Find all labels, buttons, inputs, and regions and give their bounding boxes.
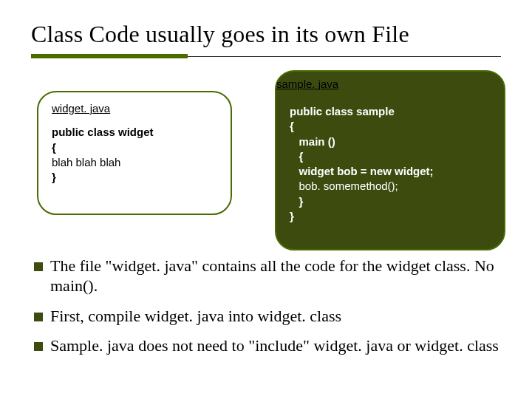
code-area: sample. java public class sample { main … <box>31 70 501 253</box>
left-code: public class widget { blah blah blah } <box>52 125 220 185</box>
bullet-text: The file "widget. java" contains all the… <box>50 256 501 296</box>
bullet-item: First, compile widget. java into widget.… <box>34 307 501 327</box>
bullet-square-icon <box>34 342 43 351</box>
code-line: bob. somemethod(); <box>290 180 398 192</box>
code-box-right: public class sample { main () { widget b… <box>275 70 505 250</box>
bullet-text: Sample. java does not need to "include" … <box>50 336 501 356</box>
bullet-item: The file "widget. java" contains all the… <box>34 256 501 296</box>
bullet-square-icon <box>34 262 43 271</box>
code-box-left: widget. java public class widget { blah … <box>37 91 232 215</box>
right-box-filename-outer: sample. java <box>276 78 338 90</box>
right-code: public class sample { main () { widget b… <box>290 104 494 224</box>
title-underline <box>31 52 501 60</box>
code-line: { <box>52 141 56 154</box>
code-line: public class sample <box>290 105 395 117</box>
code-line: widget bob = new widget; <box>290 165 434 177</box>
code-line: } <box>290 195 303 208</box>
bullet-item: Sample. java does not need to "include" … <box>34 336 501 356</box>
code-line: } <box>290 210 294 222</box>
bullet-list: The file "widget. java" contains all the… <box>34 256 501 356</box>
bullet-square-icon <box>34 313 43 321</box>
code-line: { <box>290 120 294 132</box>
code-line: } <box>52 171 56 183</box>
code-line: blah blah blah <box>52 156 120 168</box>
code-line: public class widget <box>52 126 154 138</box>
left-box-filename: widget. java <box>52 101 220 116</box>
slide-title: Class Code usually goes in its own File <box>31 21 501 48</box>
slide: Class Code usually goes in its own File … <box>0 0 532 399</box>
code-line: { <box>290 150 303 163</box>
bullet-text: First, compile widget. java into widget.… <box>50 307 501 327</box>
underline-thick <box>31 54 188 58</box>
code-line: main () <box>290 135 335 148</box>
